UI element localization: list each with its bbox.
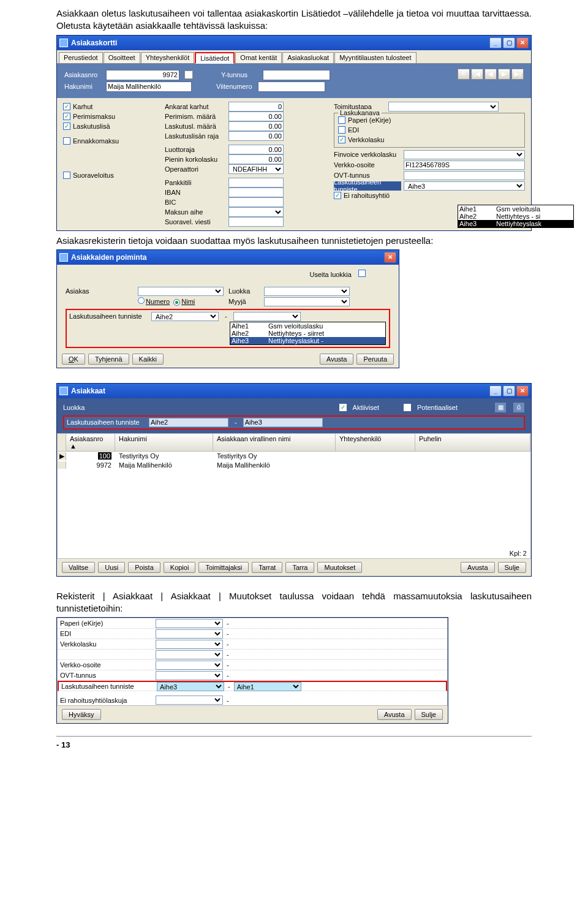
col-header[interactable]: Asiakkaan virallinen nimi bbox=[213, 434, 336, 451]
maximize-button[interactable]: ▢ bbox=[503, 385, 515, 396]
tab-yhteyshenkilot[interactable]: Yhteyshenkilöt bbox=[141, 52, 195, 63]
lookup-button[interactable]: … bbox=[184, 70, 193, 79]
verkkoosoite-input[interactable] bbox=[404, 161, 525, 170]
minimize-button[interactable]: _ bbox=[489, 385, 502, 396]
option[interactable]: Aihe2 bbox=[458, 213, 495, 220]
hakunimi-input[interactable] bbox=[106, 81, 192, 92]
perimism-input[interactable] bbox=[228, 112, 284, 121]
hyvaksy-button[interactable]: Hyväksy bbox=[62, 709, 101, 720]
ok-button[interactable]: OOKK bbox=[62, 354, 85, 365]
finvoice-select[interactable] bbox=[404, 150, 525, 159]
operaattori-select[interactable]: NDEAFIHH bbox=[228, 164, 284, 174]
chk-laskutuslisa[interactable]: ✓Laskutuslisä bbox=[63, 121, 155, 131]
tab-lisatiedot[interactable]: Lisätiedot bbox=[195, 52, 235, 64]
laskutusaiheen-select[interactable]: Aihe3 bbox=[404, 181, 525, 191]
aihe-dropdown-popup[interactable]: Aihe1Gsm veloituslasku Aihe2Nettiyhteys … bbox=[230, 322, 386, 345]
col-header[interactable]: Puhelin bbox=[415, 434, 530, 451]
titlebar[interactable]: Asiakaskortti _ ▢ ✕ bbox=[57, 36, 531, 50]
avusta-button[interactable]: Avusta bbox=[320, 354, 353, 365]
muutokset-button[interactable]: Muutokset bbox=[317, 562, 362, 573]
pankkitili-input[interactable] bbox=[228, 178, 284, 188]
toimittajaksi-button[interactable]: Toimittajaksi bbox=[198, 562, 249, 573]
col-header[interactable]: Asiakasnro ▲ bbox=[66, 434, 115, 451]
lat-select-1[interactable]: Aihe2 bbox=[151, 312, 219, 321]
chk-suoraveloitus[interactable]: Suoraveloitus bbox=[63, 170, 155, 180]
table-row[interactable]: 9972 Maija Mallihenkilö Maija Mallihenki… bbox=[58, 461, 530, 469]
avusta-button[interactable]: Avusta bbox=[377, 709, 411, 720]
sulje-button[interactable]: Sulje bbox=[415, 709, 443, 720]
ytunnus-input[interactable] bbox=[263, 70, 330, 80]
nav-next[interactable]: ▶ bbox=[498, 69, 510, 80]
verkkoosoite-select[interactable] bbox=[156, 661, 223, 670]
radio-nimi[interactable] bbox=[173, 299, 180, 306]
lat-select-2[interactable] bbox=[233, 312, 301, 321]
useitaluokkia-checkbox[interactable] bbox=[358, 270, 366, 277]
lat-input-2[interactable] bbox=[243, 418, 323, 427]
kopioi-button[interactable]: Kopioi bbox=[164, 562, 196, 573]
chk-edi[interactable]: EDI bbox=[338, 125, 521, 135]
tab-perustiedot[interactable]: Perustiedot bbox=[59, 52, 103, 63]
col-header[interactable]: Yhteyshenkilö bbox=[336, 434, 415, 451]
laskutuslisanraja-input[interactable] bbox=[228, 131, 284, 141]
asiakas-select[interactable] bbox=[138, 287, 224, 296]
tyhjenna-button[interactable]: Tyhjennä bbox=[88, 354, 129, 365]
col-header[interactable]: Hakunimi bbox=[115, 434, 213, 451]
lat-from-select[interactable]: Aihe3 bbox=[157, 682, 224, 691]
edi-select[interactable] bbox=[156, 629, 223, 639]
suoravelviesti-input[interactable] bbox=[228, 217, 284, 227]
tab-myyntitilausten[interactable]: Myyntitilausten tulosteet bbox=[334, 52, 416, 63]
tab-omatkentat[interactable]: Omat kentät bbox=[235, 52, 282, 63]
close-button[interactable]: ✕ bbox=[516, 37, 529, 48]
sulje-button[interactable]: Sulje bbox=[498, 562, 526, 573]
nav-first[interactable]: |◀ bbox=[471, 69, 483, 80]
ovt-select[interactable] bbox=[156, 671, 223, 680]
tab-asiakasluokat[interactable]: Asiakasluokat bbox=[282, 52, 334, 63]
ovt-input[interactable] bbox=[404, 171, 525, 180]
valitse-button[interactable]: Valitse bbox=[62, 562, 95, 573]
blank-select[interactable] bbox=[156, 650, 223, 659]
radio-numero[interactable] bbox=[138, 297, 145, 304]
viitenumero-input[interactable] bbox=[258, 81, 325, 92]
chk-perimismaksu[interactable]: ✓Perimismaksu bbox=[63, 112, 155, 121]
peruuta-button[interactable]: Peruuta bbox=[356, 354, 394, 365]
laskutusl-input[interactable] bbox=[228, 121, 284, 131]
chk-karhut[interactable]: ✓Karhut bbox=[63, 102, 155, 112]
close-button[interactable]: ✕ bbox=[516, 385, 529, 396]
luokka-select[interactable] bbox=[264, 287, 350, 296]
maximize-button[interactable]: ▢ bbox=[503, 37, 515, 48]
option-selected[interactable]: Aihe3 bbox=[458, 220, 495, 227]
tab-osoitteet[interactable]: Osoitteet bbox=[104, 52, 140, 63]
iban-input[interactable] bbox=[228, 188, 284, 197]
option[interactable]: Aihe1 bbox=[458, 205, 495, 213]
tarrat-button[interactable]: Tarrat bbox=[252, 562, 282, 573]
option[interactable]: Aihe2 bbox=[230, 330, 267, 337]
avusta-button[interactable]: Avusta bbox=[461, 562, 494, 573]
option-selected[interactable]: Aihe3 bbox=[230, 337, 267, 344]
paperi-select[interactable] bbox=[156, 619, 223, 628]
lat-input-1[interactable] bbox=[149, 418, 228, 427]
asiakasnro-input[interactable] bbox=[106, 70, 179, 80]
luottoraja-input[interactable] bbox=[228, 145, 284, 154]
lat-to-select[interactable]: Aihe1 bbox=[234, 682, 301, 691]
pieninkorko-input[interactable] bbox=[228, 154, 284, 164]
bic-input[interactable] bbox=[228, 197, 284, 207]
uusi-button[interactable]: Uusi bbox=[98, 562, 125, 573]
chk-ennakkomaksu[interactable]: Ennakkomaksu bbox=[63, 136, 155, 146]
copy-icon[interactable]: ⎘ bbox=[458, 69, 470, 80]
option[interactable]: Aihe1 bbox=[230, 322, 267, 330]
toimitustapa-select[interactable] bbox=[388, 102, 499, 112]
maksunaihe-select[interactable] bbox=[228, 207, 284, 217]
close-button[interactable]: ✕ bbox=[384, 252, 396, 263]
poista-button[interactable]: Poista bbox=[128, 562, 160, 573]
aihe-dropdown-popup[interactable]: Aihe1Gsm veloitusla Aihe2Nettiyhteys - s… bbox=[458, 205, 574, 228]
eirahoitus-select[interactable] bbox=[156, 695, 223, 705]
myyja-select[interactable] bbox=[264, 297, 350, 306]
tarra-button[interactable]: Tarra bbox=[285, 562, 314, 573]
nav-last[interactable]: ▶| bbox=[511, 69, 524, 80]
chk-verkkolasku[interactable]: ✓Verkkolasku bbox=[338, 135, 521, 145]
nav-prev[interactable]: ◀ bbox=[484, 69, 497, 80]
ankarat-input[interactable] bbox=[228, 102, 284, 112]
verkkolasku-select[interactable] bbox=[156, 640, 223, 649]
kaikki-button[interactable]: Kaikki bbox=[132, 354, 164, 365]
table-row[interactable]: ▶ 100 Testiyritys Oy Testiyritys Oy bbox=[58, 452, 530, 461]
